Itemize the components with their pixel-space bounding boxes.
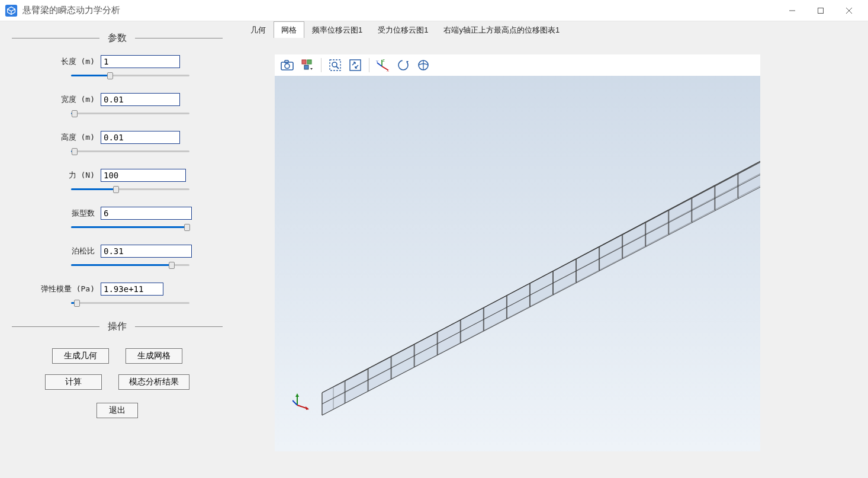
zoom-box-icon[interactable] [326, 56, 344, 74]
modes-input[interactable] [101, 207, 192, 220]
svg-rect-6 [285, 60, 288, 63]
axes-icon[interactable]: Z Y X [374, 56, 392, 74]
param-width: 宽度 (m) [12, 93, 223, 118]
svg-line-91 [292, 400, 297, 405]
param-young: 弹性模量 (Pa) [12, 283, 223, 307]
param-height: 高度 (m) [12, 131, 223, 156]
graphics-viewport[interactable]: Z Y X [275, 54, 760, 451]
length-label: 长度 (m) [12, 56, 101, 67]
svg-rect-10 [304, 65, 308, 69]
maximize-button[interactable] [806, 0, 835, 21]
param-length: 长度 (m) [12, 55, 223, 80]
modes-label: 振型数 [12, 208, 101, 219]
width-slider[interactable] [71, 108, 189, 118]
svg-rect-8 [302, 60, 306, 64]
svg-marker-31 [322, 162, 760, 415]
window-title: 悬臂梁的瞬态动力学分析 [22, 5, 120, 16]
force-label: 力 (N) [12, 170, 101, 181]
tab-tip-disp-chart[interactable]: 右端y轴正上方最高点的位移图表1 [436, 21, 567, 38]
tab-mesh[interactable]: 网格 [274, 21, 304, 38]
svg-marker-90 [306, 406, 309, 410]
generate-mesh-button[interactable]: 生成网格 [126, 348, 182, 364]
zoom-extents-icon[interactable] [346, 56, 364, 74]
orbit-icon[interactable] [414, 56, 432, 74]
svg-rect-14 [350, 60, 361, 70]
generate-geometry-button[interactable]: 生成几何 [52, 348, 109, 364]
young-slider[interactable] [71, 298, 189, 307]
sidebar: 参数 长度 (m) 宽度 (m) [0, 21, 234, 478]
axis-triad-icon [292, 392, 310, 410]
width-label: 宽度 (m) [12, 94, 101, 105]
young-input[interactable] [101, 283, 163, 296]
modes-slider[interactable] [71, 222, 189, 232]
app-icon [5, 4, 18, 17]
exit-button[interactable]: 退出 [97, 403, 138, 418]
force-slider[interactable] [71, 184, 189, 194]
mesh-render [275, 76, 760, 451]
svg-point-12 [332, 62, 337, 67]
close-button[interactable] [835, 0, 863, 21]
actions-panel: 生成几何 生成网格 计算 模态分析结果 [12, 344, 223, 394]
param-poisson: 泊松比 [12, 245, 223, 270]
poisson-input[interactable] [101, 245, 192, 258]
svg-marker-88 [295, 393, 299, 397]
svg-marker-27 [322, 149, 760, 393]
poisson-label: 泊松比 [12, 246, 101, 256]
window-controls [778, 0, 863, 21]
svg-rect-11 [330, 60, 340, 70]
svg-text:Z: Z [382, 59, 385, 62]
svg-line-28 [333, 155, 760, 387]
width-input[interactable] [101, 93, 180, 106]
param-force: 力 (N) [12, 169, 223, 194]
svg-rect-9 [307, 60, 311, 64]
actions-title: 操作 [99, 320, 135, 333]
minimize-button[interactable] [778, 0, 806, 21]
modal-results-button[interactable]: 模态分析结果 [118, 374, 189, 390]
titlebar: 悬臂梁的瞬态动力学分析 [0, 0, 868, 21]
compute-button[interactable]: 计算 [45, 374, 102, 390]
viewport-toolbar: Z Y X [275, 54, 760, 76]
length-slider[interactable] [71, 70, 189, 80]
young-label: 弹性模量 (Pa) [12, 284, 101, 294]
content-area: 几何 网格 频率位移云图1 受力位移云图1 右端y轴正上方最高点的位移图表1 [234, 21, 868, 478]
svg-point-21 [398, 60, 408, 70]
svg-point-7 [285, 64, 290, 69]
params-title: 参数 [99, 32, 135, 44]
height-input[interactable] [101, 131, 180, 144]
svg-rect-2 [818, 8, 824, 13]
tab-geometry[interactable]: 几何 [243, 21, 274, 38]
force-input[interactable] [101, 169, 186, 182]
tabs: 几何 网格 频率位移云图1 受力位移云图1 右端y轴正上方最高点的位移图表1 [234, 21, 868, 38]
svg-text:X: X [387, 69, 389, 72]
svg-line-13 [336, 66, 339, 69]
svg-text:Y: Y [376, 60, 378, 63]
tab-force-disp[interactable]: 受力位移云图1 [370, 21, 436, 38]
params-section-header: 参数 [12, 32, 223, 44]
height-slider[interactable] [71, 146, 189, 156]
actions-section-header: 操作 [12, 320, 223, 333]
length-input[interactable] [101, 55, 180, 68]
tab-freq-disp[interactable]: 频率位移云图1 [304, 21, 370, 38]
scene-select-icon[interactable] [298, 56, 316, 74]
poisson-slider[interactable] [71, 260, 189, 270]
camera-icon[interactable] [278, 56, 296, 74]
height-label: 高度 (m) [12, 132, 101, 143]
rotate-icon[interactable] [394, 56, 412, 74]
param-modes: 振型数 [12, 207, 223, 232]
